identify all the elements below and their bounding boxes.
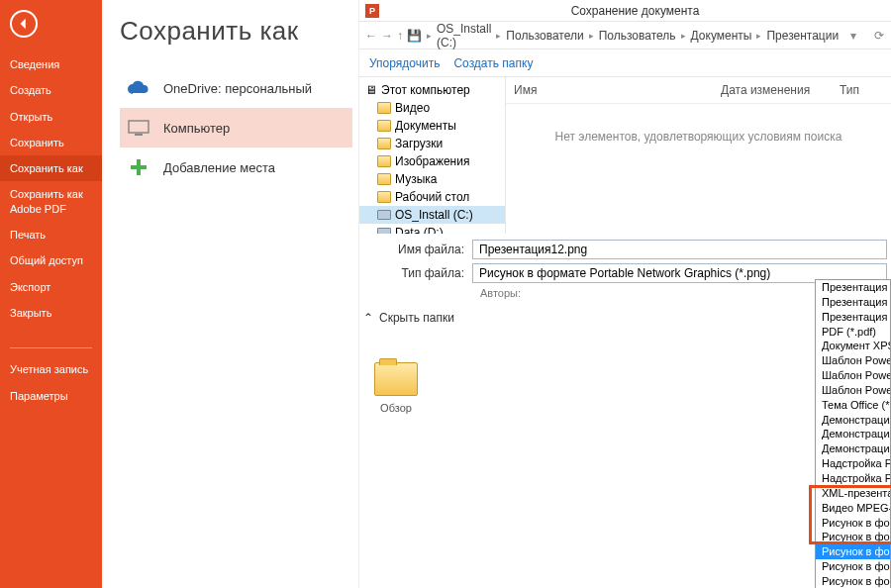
- tree-node[interactable]: Документы: [359, 117, 505, 135]
- location-row[interactable]: OneDrive: персональный: [120, 68, 352, 108]
- folder-icon: [377, 155, 391, 167]
- save-as-panel: Сохранить как OneDrive: персональныйКомп…: [102, 0, 359, 588]
- computer-icon: [126, 118, 151, 138]
- col-date[interactable]: Дата изменения: [713, 77, 832, 103]
- cloud-icon: [126, 78, 151, 98]
- file-list-area: Имя Дата изменения Тип Нет элементов, уд…: [506, 77, 891, 234]
- breadcrumb[interactable]: 💾▸OS_Install (C:)▸Пользователи▸Пользоват…: [407, 22, 839, 49]
- filetype-option[interactable]: Видео MPEG-4 (*.mp4): [816, 501, 890, 516]
- filetype-option[interactable]: Демонстрация PowerPoint с поддержкой мак…: [816, 427, 890, 441]
- col-type[interactable]: Тип: [832, 77, 891, 103]
- backstage-sidebar: СведенияСоздатьОткрытьСохранитьСохранить…: [0, 0, 102, 588]
- dialog-titlebar: P Сохранение документа: [359, 0, 891, 22]
- filetype-option[interactable]: Презентация PowerPoint (*.pptx): [816, 280, 890, 295]
- sidebar-item[interactable]: Учетная запись: [0, 356, 102, 382]
- sidebar-item[interactable]: Открыть: [0, 104, 102, 130]
- sidebar-item[interactable]: Параметры: [0, 383, 102, 409]
- filetype-option[interactable]: Рисунок в формате GIF (*.gif): [816, 516, 890, 531]
- nav-fwd-icon[interactable]: →: [381, 26, 393, 46]
- filetype-option[interactable]: Документ XPS (*.xps): [816, 339, 890, 353]
- folder-icon: 🖥: [365, 83, 377, 97]
- filetype-option[interactable]: Рисунок в формате Portable Network Graph…: [816, 544, 890, 559]
- filetype-option[interactable]: Надстройка PowerPoint 97-2003 (*.ppa): [816, 471, 890, 486]
- folder-icon: [377, 138, 391, 149]
- folder-icon: [377, 120, 391, 132]
- crumb-segment[interactable]: Пользователь: [599, 29, 676, 43]
- crumb-segment[interactable]: Документы: [691, 29, 752, 43]
- location-row[interactable]: Добавление места: [120, 147, 352, 187]
- tree-node[interactable]: OS_Install (C:): [359, 206, 505, 224]
- filename-input[interactable]: [472, 240, 887, 259]
- location-row[interactable]: Компьютер: [120, 108, 352, 147]
- organize-button[interactable]: Упорядочить: [369, 56, 440, 70]
- list-header: Имя Дата изменения Тип: [506, 77, 891, 104]
- crumb-segment[interactable]: OS_Install (C:): [437, 22, 491, 49]
- tree-node[interactable]: Рабочий стол: [359, 188, 505, 206]
- panel-title: Сохранить как: [120, 16, 352, 47]
- filetype-option[interactable]: Рисунок в формате TIFF (*.tif): [816, 559, 890, 574]
- drive-icon: [377, 228, 391, 234]
- filetype-option[interactable]: XML-презентация PowerPoint (*.xml): [816, 486, 890, 501]
- back-button[interactable]: [10, 10, 38, 38]
- svg-rect-1: [135, 134, 143, 136]
- filetype-option[interactable]: Демонстрация PowerPoint (*.ppsx): [816, 413, 890, 428]
- location-label: Добавление места: [163, 160, 275, 175]
- filetype-option[interactable]: Рисунок в формате DIB (*.bmp): [816, 574, 890, 588]
- filename-label: Имя файла:: [363, 243, 472, 256]
- drive-icon: [377, 210, 391, 220]
- filetype-label: Тип файла:: [363, 266, 472, 280]
- sidebar-item[interactable]: Экспорт: [0, 274, 102, 300]
- sidebar-item[interactable]: Сохранить как: [0, 155, 102, 181]
- save-dialog: P Сохранение документа ← → ↑ 💾▸OS_Instal…: [359, 0, 891, 588]
- chevron-up-icon: ⌃: [363, 311, 373, 325]
- folder-icon: [377, 191, 391, 203]
- sidebar-item[interactable]: Закрыть: [0, 300, 102, 326]
- filetype-option[interactable]: PDF (*.pdf): [816, 325, 890, 340]
- new-folder-button[interactable]: Создать папку: [453, 56, 533, 70]
- filetype-dropdown[interactable]: Презентация PowerPoint (*.pptx)Презентац…: [815, 279, 891, 588]
- crumb-segment[interactable]: Пользователи: [506, 29, 583, 43]
- folder-icon: [377, 173, 391, 185]
- filetype-option[interactable]: Шаблон PowerPoint (*.potx): [816, 353, 890, 368]
- sidebar-item[interactable]: Сохранить как Adobe PDF: [0, 181, 102, 222]
- sidebar-item[interactable]: Сохранить: [0, 130, 102, 155]
- filetype-option[interactable]: Надстройка PowerPoint (*.ppam): [816, 456, 890, 471]
- tree-node[interactable]: Музыка: [359, 170, 505, 188]
- folder-tree[interactable]: 🖥Этот компьютерВидеоДокументыЗагрузкиИзо…: [359, 77, 506, 234]
- folder-icon: [374, 362, 418, 396]
- filetype-option[interactable]: Презентация PowerPoint с поддержкой макр…: [816, 295, 890, 310]
- nav-back-icon[interactable]: ←: [365, 26, 377, 46]
- dialog-toolbar: Упорядочить Создать папку: [359, 49, 891, 77]
- authors-label: Авторы:: [363, 287, 887, 299]
- tree-node[interactable]: Загрузки: [359, 135, 505, 152]
- nav-up-icon[interactable]: ↑: [397, 26, 403, 46]
- crumb-segment[interactable]: Презентации: [766, 29, 839, 43]
- sidebar-item[interactable]: Сведения: [0, 51, 102, 77]
- filetype-option[interactable]: Демонстрация PowerPoint 97-2003 (*.pps): [816, 441, 890, 456]
- col-name[interactable]: Имя: [506, 77, 713, 103]
- browse-tile[interactable]: Обзор: [361, 362, 431, 414]
- svg-rect-0: [129, 121, 148, 133]
- tree-node[interactable]: Видео: [359, 99, 505, 117]
- location-label: OneDrive: персональный: [163, 81, 312, 96]
- filetype-option[interactable]: Рисунок в формате JPEG (*.jpg): [816, 530, 890, 544]
- filetype-option[interactable]: Шаблон PowerPoint с поддержкой макросов …: [816, 368, 890, 383]
- filetype-option[interactable]: Тема Office (*.thmx): [816, 398, 890, 413]
- dropdown-icon[interactable]: ▾: [842, 26, 864, 46]
- dialog-title: Сохранение документа: [385, 4, 885, 18]
- tree-node[interactable]: Изображения: [359, 152, 505, 170]
- disk-icon: 💾: [407, 29, 422, 43]
- tree-node[interactable]: 🖥Этот компьютер: [359, 81, 505, 99]
- filetype-option[interactable]: Презентация PowerPoint 97—2003 (*.ppt): [816, 310, 890, 325]
- hide-folders-button[interactable]: ⌃ Скрыть папки: [363, 311, 887, 325]
- plus-icon: [126, 157, 151, 177]
- filetype-option[interactable]: Шаблон PowerPoint 97-2003 (*.pot): [816, 383, 890, 398]
- sidebar-item[interactable]: Общий доступ: [0, 247, 102, 273]
- tree-node[interactable]: Data (D:): [359, 224, 505, 234]
- sidebar-item[interactable]: Создать: [0, 77, 102, 103]
- empty-message: Нет элементов, удовлетворяющих условиям …: [506, 104, 891, 169]
- refresh-icon[interactable]: ⟳: [868, 26, 890, 46]
- folder-icon: [377, 102, 391, 114]
- powerpoint-icon: P: [365, 4, 379, 18]
- sidebar-item[interactable]: Печать: [0, 222, 102, 247]
